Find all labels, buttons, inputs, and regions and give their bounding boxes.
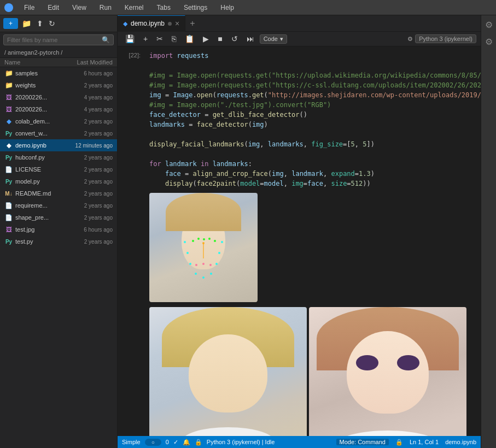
refresh-icon-btn[interactable]: ↻	[47, 17, 57, 30]
file-icon: 📄	[4, 165, 13, 174]
file-name: LICENSE	[15, 166, 61, 173]
list-item[interactable]: Py test.py 2 years ago	[0, 235, 117, 247]
add-cell-button[interactable]: +	[140, 33, 151, 44]
svg-point-12	[208, 238, 211, 240]
restart-run-button[interactable]: ⏭	[243, 33, 258, 44]
tab-unsaved-dot	[168, 22, 172, 26]
svg-point-2	[189, 263, 191, 265]
menu-tabs[interactable]: Tabs	[155, 3, 173, 13]
menu-run[interactable]: Run	[97, 3, 114, 13]
main-layout: + 📁 ⬆ ↻ 🔍 / animegan2-pytorch / Name Las…	[0, 15, 496, 448]
list-item[interactable]: 🖼 test.jpg 6 hours ago	[0, 223, 117, 235]
folder-icon-btn[interactable]: 📁	[20, 17, 33, 30]
cell-code-content[interactable]: import requests #img = Image.open(reques…	[145, 49, 481, 436]
active-file: demo.ipynb	[445, 439, 476, 445]
restart-button[interactable]: ↺	[228, 33, 241, 44]
py-icon: Py	[4, 237, 13, 246]
list-item[interactable]: 🖼 20200226... 4 years ago	[0, 103, 117, 115]
file-name: samples	[15, 70, 61, 76]
file-modified: 2 years ago	[61, 131, 113, 137]
file-modified: 12 minutes ago	[61, 143, 113, 149]
search-icon: 🔍	[102, 36, 110, 44]
settings-sidebar-icon[interactable]: ⚙	[485, 20, 493, 30]
folder-icon: 📁	[4, 81, 13, 90]
sidebar-settings-icon[interactable]: ⚙	[485, 37, 493, 47]
svg-point-13	[214, 240, 216, 242]
upload-icon-btn[interactable]: ⬆	[35, 17, 45, 30]
save-button[interactable]: 💾	[122, 33, 138, 44]
plus-icon: +	[9, 20, 13, 27]
file-modified: 2 years ago	[61, 239, 113, 245]
py-icon: Py	[4, 153, 13, 162]
list-item-active[interactable]: ◆ demo.ipynb 12 minutes ago	[0, 139, 117, 151]
list-item[interactable]: 📄 LICENSE 2 years ago	[0, 163, 117, 175]
py-icon: Py	[4, 177, 13, 186]
menu-file[interactable]: File	[22, 3, 37, 13]
menu-edit[interactable]: Edit	[45, 3, 61, 13]
list-item[interactable]: 📁 weights 2 years ago	[0, 79, 117, 91]
file-list-header: Name Last Modified	[0, 58, 117, 67]
menu-help[interactable]: Help	[218, 3, 236, 13]
list-item[interactable]: 📄 requireme... 2 years ago	[0, 199, 117, 211]
file-modified: 2 years ago	[61, 215, 113, 221]
tab-bar: ◆ demo.ipynb × +	[118, 15, 481, 32]
file-list: 📁 samples 6 hours ago 📁 weights 2 years …	[0, 67, 117, 448]
add-tab-button[interactable]: +	[185, 19, 199, 28]
menu-settings[interactable]: Settings	[182, 3, 209, 13]
status-right: Mode: Command 🔒 Ln 1, Col 1 demo.ipynb	[336, 439, 476, 446]
search-input[interactable]	[7, 37, 102, 43]
sidebar: + 📁 ⬆ ↻ 🔍 / animegan2-pytorch / Name Las…	[0, 15, 118, 448]
list-item[interactable]: ◆ colab_dem... 2 years ago	[0, 115, 117, 127]
simple-mode-label: Simple	[122, 439, 141, 445]
list-item[interactable]: 📁 samples 6 hours ago	[0, 67, 117, 79]
file-modified: 2 years ago	[61, 82, 113, 89]
kernel-status: Python 3 (ipykernel) | Idle	[207, 439, 275, 445]
folder-icon: 📁	[4, 69, 13, 78]
kernel-badge[interactable]: Python 3 (ipykernel)	[415, 34, 476, 43]
list-item[interactable]: M↓ README.md 2 years ago	[0, 187, 117, 199]
tab-icon: ◆	[123, 20, 127, 27]
interrupt-button[interactable]: ■	[214, 33, 225, 44]
settings-icon[interactable]: ⚙	[407, 36, 413, 43]
cut-button[interactable]: ✂	[153, 33, 166, 44]
list-item[interactable]: Py convert_w... 2 years ago	[0, 127, 117, 139]
output-images-bottom	[149, 307, 481, 436]
tab-demo-ipynb[interactable]: ◆ demo.ipynb ×	[118, 15, 185, 32]
file-icon: 📄	[4, 201, 13, 210]
cell-count: 0	[166, 439, 169, 445]
svg-point-17	[202, 263, 205, 265]
cell-type-selector[interactable]: Code ▾	[260, 34, 287, 44]
img-icon: 🖼	[4, 93, 13, 102]
svg-point-10	[197, 238, 200, 240]
md-icon: M↓	[4, 189, 13, 198]
file-name: convert_w...	[15, 130, 61, 137]
output-image-top	[149, 193, 481, 304]
list-item[interactable]: 📄 shape_pre... 2 years ago	[0, 211, 117, 223]
list-item[interactable]: Py hubconf.py 2 years ago	[0, 151, 117, 163]
svg-point-11	[203, 238, 205, 240]
menu-bar: File Edit View Run Kernel Tabs Settings …	[0, 0, 496, 15]
tab-close-button[interactable]: ×	[175, 20, 179, 27]
file-name: requireme...	[15, 202, 61, 209]
menu-view[interactable]: View	[70, 3, 89, 13]
run-button[interactable]: ▶	[200, 33, 212, 44]
icon-bar: ⚙ ⚙	[481, 15, 496, 448]
copy-button[interactable]: ⎘	[168, 33, 179, 44]
file-name: colab_dem...	[15, 118, 61, 125]
file-name: test.py	[15, 238, 61, 245]
file-name: hubconf.py	[15, 154, 61, 161]
list-item[interactable]: 🖼 20200226... 4 years ago	[0, 91, 117, 103]
imgfile-icon: 🖼	[4, 225, 13, 234]
py-icon: Py	[4, 129, 13, 138]
check-icon: ✓	[173, 439, 178, 446]
list-item[interactable]: Py model.py 2 years ago	[0, 175, 117, 187]
file-name: model.py	[15, 178, 61, 185]
paste-button[interactable]: 📋	[182, 33, 197, 44]
menu-kernel[interactable]: Kernel	[122, 3, 146, 13]
file-modified: 2 years ago	[61, 203, 113, 209]
simple-mode-toggle[interactable]: ○	[145, 439, 161, 446]
img-icon: 🖼	[4, 105, 13, 114]
new-file-button[interactable]: +	[3, 18, 18, 29]
file-name: demo.ipynb	[15, 142, 61, 149]
right-panel: ◆ demo.ipynb × + 💾 + ✂ ⎘ 📋 ▶ ■ ↺ ⏭ Code …	[118, 15, 481, 448]
